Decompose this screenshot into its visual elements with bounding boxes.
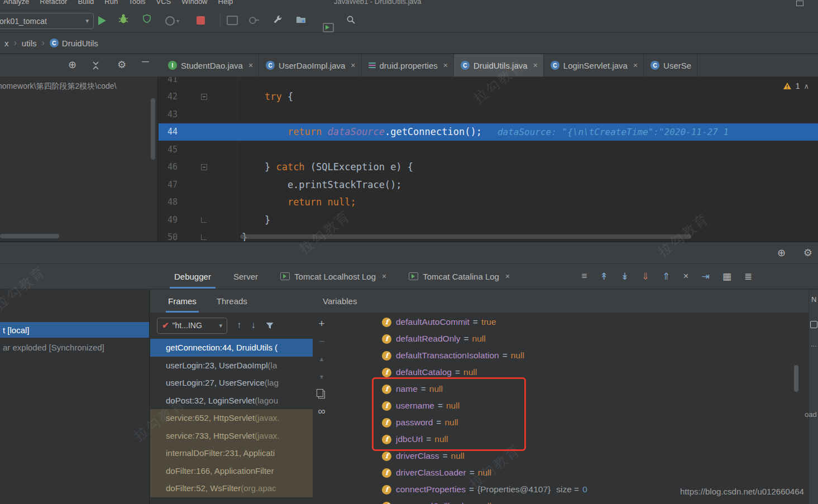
search-icon[interactable]: [346, 15, 356, 25]
stack-frame-row[interactable]: getConnection:44, DruidUtils (: [150, 339, 313, 357]
watch-return-values-icon[interactable]: ∞: [318, 406, 326, 416]
code-line[interactable]: } catch (SQLException e) {: [237, 159, 413, 176]
soft-wrap-icon[interactable]: ⇥: [701, 271, 709, 282]
menu-item-window[interactable]: Window: [181, 0, 207, 6]
menu-item-analyze[interactable]: Analyze: [3, 0, 29, 6]
menu-item-build[interactable]: Build: [78, 0, 94, 6]
more-dots-icon[interactable]: ...: [811, 340, 817, 348]
next-frame-icon[interactable]: ↓: [251, 320, 256, 331]
duplicate-icon[interactable]: [318, 391, 325, 399]
editor-tab-userdaoimpl-java[interactable]: CUserDaoImpl.java×: [259, 54, 361, 76]
add-watch-icon[interactable]: +: [318, 318, 324, 329]
line-number[interactable]: 49: [159, 215, 178, 225]
hamburger-menu-icon[interactable]: ≡: [582, 271, 587, 282]
menu-item-tools[interactable]: Tools: [128, 0, 145, 6]
line-number[interactable]: 43: [159, 109, 178, 119]
code-line[interactable]: e.printStackTrace();: [237, 176, 402, 194]
scroll-to-top-icon[interactable]: ↟: [600, 271, 608, 282]
code-line[interactable]: [237, 77, 242, 88]
stack-frame-row[interactable]: userLogin:27, UserService (lag: [150, 374, 313, 392]
stack-frame-row[interactable]: doFilter:166, ApplicationFilter: [150, 462, 313, 480]
cut-panel-icon[interactable]: [810, 321, 817, 328]
stack-frame-row[interactable]: doFilter:52, WsFilter (org.apac: [150, 479, 313, 497]
line-number[interactable]: 46: [159, 162, 178, 172]
thread-selector[interactable]: ✔ "ht...ING ▾: [157, 318, 227, 334]
variable-row[interactable]: fdefaultCatalog=null: [331, 364, 818, 381]
filter-funnel-icon[interactable]: [265, 321, 274, 330]
fold-marker-icon[interactable]: [201, 94, 207, 100]
profiler-icon[interactable]: ▾: [165, 16, 179, 26]
variables-scrollbar[interactable]: [794, 365, 798, 392]
editor-tab-druidutils-java[interactable]: CDruidUtils.java×: [454, 54, 544, 76]
stop-button[interactable]: [197, 16, 205, 25]
stack-frame-row[interactable]: service:652, HttpServlet (javax.: [150, 409, 313, 427]
remove-watch-icon[interactable]: −: [318, 336, 324, 347]
service-row[interactable]: t [local]: [0, 322, 149, 338]
close-tab-icon[interactable]: ×: [533, 61, 538, 70]
editor-tab-loginservlet-java[interactable]: CLoginServlet.java×: [544, 54, 644, 76]
breadcrumb-item[interactable]: utils: [22, 39, 37, 48]
editor-tab-druid-properties[interactable]: druid.properties×: [362, 54, 454, 76]
window-icon[interactable]: [227, 16, 238, 25]
window-control-icon[interactable]: [796, 1, 803, 6]
fold-end-icon[interactable]: [201, 234, 207, 240]
debug-tab-debugger[interactable]: Debugger: [163, 264, 222, 289]
menu-item-vcs[interactable]: VCS: [156, 0, 171, 6]
close-tab-icon[interactable]: ×: [248, 61, 253, 70]
scroll-to-end-icon[interactable]: ↡: [621, 271, 629, 282]
variable-row[interactable]: fusername=null: [331, 397, 818, 414]
code-line[interactable]: [237, 105, 242, 123]
run-configuration-select[interactable]: ork01_tomcat ▾: [0, 13, 94, 29]
key-icon[interactable]: [249, 17, 256, 24]
download-icon[interactable]: ⇓: [642, 271, 649, 282]
stack-frame-row[interactable]: doPost:32, LoginServlet (lagou: [150, 392, 313, 410]
close-tab-icon[interactable]: ×: [382, 272, 386, 281]
stack-frame-row[interactable]: userLogin:23, UserDaoImpl (la: [150, 357, 313, 375]
variable-row[interactable]: fdefaultTransactionIsolation=null: [331, 347, 818, 364]
breadcrumb-item[interactable]: DruidUtils: [62, 39, 98, 48]
editor-horizontal-scrollbar[interactable]: [240, 234, 691, 239]
variable-row[interactable]: fpassword=null: [331, 414, 818, 431]
breadcrumb-item[interactable]: x: [4, 39, 9, 48]
pin-tab-icon[interactable]: ≣: [744, 271, 752, 282]
inspection-widget[interactable]: 1 ∧: [783, 81, 809, 90]
clear-console-icon[interactable]: ×: [683, 271, 689, 282]
variable-row[interactable]: fjdbcUrl=null: [331, 431, 818, 448]
editor-tab-studentdao-java[interactable]: IStudentDao.java×: [161, 54, 259, 76]
run-button[interactable]: [98, 16, 106, 25]
line-number[interactable]: 45: [159, 145, 178, 155]
code-line[interactable]: try {: [237, 88, 293, 106]
debug-tab-tomcat-localhost-log[interactable]: Tomcat Localhost Log×: [269, 264, 398, 289]
variable-row[interactable]: fpasswordCallback=null: [331, 498, 818, 504]
fold-marker-icon[interactable]: [201, 164, 207, 170]
service-row[interactable]: ar exploded [Synchronized]: [0, 339, 149, 355]
variable-row[interactable]: fdefaultReadOnly=null: [331, 330, 818, 347]
project-vertical-scrollbar[interactable]: [151, 98, 155, 160]
run-tool-window-icon[interactable]: [323, 23, 334, 32]
debug-tab-tomcat-catalina-log[interactable]: Tomcat Catalina Log×: [398, 264, 521, 289]
menu-item-refactor[interactable]: Refactor: [40, 0, 67, 6]
project-path[interactable]: homework\第四阶段第2模块\code\: [0, 81, 157, 92]
project-structure-folder-icon[interactable]: [296, 15, 306, 23]
line-number[interactable]: 41: [159, 77, 178, 84]
menu-item-help[interactable]: Help: [218, 0, 233, 6]
debug-tab-server[interactable]: Server: [222, 264, 269, 289]
move-up-icon[interactable]: ▲: [319, 354, 325, 364]
code-line[interactable]: }: [237, 211, 270, 229]
variable-row[interactable]: fdriverClass=null: [331, 448, 818, 464]
debug-bug-icon[interactable]: [118, 13, 128, 24]
close-tab-icon[interactable]: ×: [443, 61, 448, 70]
tab-frames[interactable]: Frames: [166, 290, 199, 313]
previous-frame-icon[interactable]: ↑: [237, 320, 242, 331]
line-number[interactable]: 47: [159, 180, 178, 190]
locate-target-icon[interactable]: ⊕: [777, 247, 786, 259]
code-line[interactable]: return null;: [237, 194, 356, 212]
variable-row[interactable]: fdefaultAutoCommit=true: [331, 314, 818, 330]
menu-item-run[interactable]: Run: [104, 0, 118, 6]
line-number[interactable]: 48: [159, 197, 178, 207]
locate-target-icon[interactable]: ⊕: [68, 59, 76, 71]
chevron-up-icon[interactable]: ∧: [803, 82, 809, 90]
move-down-icon[interactable]: ▼: [319, 372, 325, 382]
editor-tab-userse[interactable]: CUserSe: [644, 54, 697, 76]
variable-row[interactable]: fdriverClassLoader=null: [331, 464, 818, 481]
